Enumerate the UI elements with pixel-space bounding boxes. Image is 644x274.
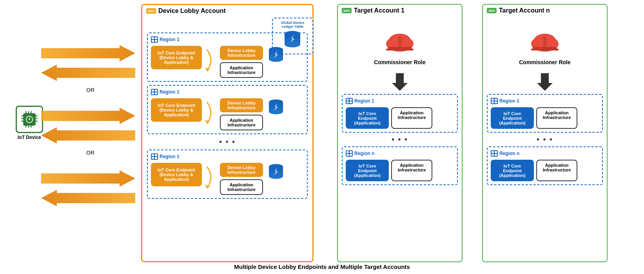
svg-rect-90 xyxy=(492,99,494,101)
svg-marker-88 xyxy=(537,73,553,91)
region-3-label: Region 1 xyxy=(151,153,304,160)
target-app-infra-n-1: Application Infrastructure xyxy=(536,107,577,129)
svg-rect-46 xyxy=(152,92,154,94)
region-1-label: Region 1 xyxy=(151,36,304,43)
svg-rect-93 xyxy=(495,101,497,103)
hard-hat-icon-n xyxy=(529,32,561,58)
svg-rect-76 xyxy=(346,101,349,103)
svg-rect-7 xyxy=(25,111,27,114)
svg-rect-98 xyxy=(495,154,497,156)
svg-rect-1 xyxy=(21,115,24,117)
target-region-n-n-content: IoT Core Endpoint (Application) Applicat… xyxy=(491,160,599,181)
target-account-1: aws Target Account 1 Commissioner Role xyxy=(337,4,463,262)
target-account-n: aws Target Account n Commissioner Role xyxy=(482,4,608,262)
target-region-icon-1-1 xyxy=(346,98,353,104)
svg-rect-5 xyxy=(35,118,38,119)
svg-rect-47 xyxy=(155,92,157,94)
region-2-content: IoT Core Endpoint (Device Lobby & Applic… xyxy=(151,98,304,130)
svg-rect-56 xyxy=(152,154,154,156)
svg-rect-34 xyxy=(152,40,154,42)
target-iot-core-1-n: IoT Core Endpoint (Application) xyxy=(346,160,389,181)
iot-core-box-2: IoT Core Endpoint (Device Lobby & Applic… xyxy=(151,98,202,122)
svg-marker-22 xyxy=(41,127,135,144)
target-region-n-1-content: IoT Core Endpoint (Application) Applicat… xyxy=(491,107,599,129)
target-region-1-n-content: IoT Core Endpoint (Application) Applicat… xyxy=(346,160,454,181)
device-lobby-account: aws Device Lobby Account Global Device L… xyxy=(141,4,314,262)
svg-point-15 xyxy=(29,119,30,120)
iot-core-box-1: IoT Core Endpoint (Device Lobby & Applic… xyxy=(151,46,202,69)
right-boxes-2: Device Lobby Infrastructure Application … xyxy=(220,98,263,130)
target-account-1-label: Target Account 1 xyxy=(354,7,405,14)
commissioner-label-1: Commissioner Role xyxy=(374,59,425,65)
dots-lobby: • • • xyxy=(142,137,312,146)
svg-rect-82 xyxy=(350,154,352,156)
hard-hat-icon-1 xyxy=(384,32,415,58)
target-iot-core-1-1: IoT Core Endpoint (Application) xyxy=(346,107,389,129)
app-infra-3: Application Infrastructure xyxy=(220,179,263,195)
target-region-1-1-label: Region 1 xyxy=(346,98,454,104)
svg-rect-86 xyxy=(531,49,559,50)
region-db-icon-3 xyxy=(266,163,286,184)
target-region-1-n-label: Region n xyxy=(346,150,454,157)
target-account-1-title: aws Target Account 1 xyxy=(338,5,462,16)
region-db-3 xyxy=(266,163,286,184)
commissioner-section-n: Commissioner Role xyxy=(483,32,607,65)
arrow-group-bot-back xyxy=(41,190,135,208)
region-box-3: Region 1 IoT Core Endpoint (Device Lobby… xyxy=(147,150,308,199)
svg-rect-71 xyxy=(398,37,401,48)
svg-rect-74 xyxy=(346,99,349,101)
svg-rect-35 xyxy=(155,40,157,42)
target-region-1-1-content: IoT Core Endpoint (Application) Applicat… xyxy=(346,107,454,129)
svg-rect-11 xyxy=(28,125,29,128)
svg-rect-79 xyxy=(346,151,349,153)
aws-badge-target-n: aws xyxy=(487,8,497,13)
aws-badge-lobby: aws xyxy=(146,8,156,14)
arrow-group-top xyxy=(41,45,135,63)
target-region-n-n: Region n IoT Core Endpoint (Application)… xyxy=(487,146,603,185)
svg-rect-80 xyxy=(350,151,352,153)
iot-chip-icon xyxy=(16,106,43,133)
svg-rect-92 xyxy=(492,101,494,103)
svg-rect-33 xyxy=(155,37,157,39)
target-region-1-n: Region n IoT Core Endpoint (Application)… xyxy=(342,146,458,185)
lobby-infra-2: Device Lobby Infrastructure xyxy=(220,98,263,112)
svg-rect-57 xyxy=(155,154,157,156)
aws-badge-target-1: aws xyxy=(342,8,352,13)
svg-marker-24 xyxy=(41,190,135,206)
svg-rect-4 xyxy=(35,115,38,117)
svg-point-53 xyxy=(269,109,283,114)
target-region-n-1-label: Region 1 xyxy=(491,98,599,104)
target-app-infra-1-1: Application Infrastructure xyxy=(391,107,432,129)
region-box-2: Region 1 IoT Core Endpoint (Device Lobby… xyxy=(147,85,308,134)
arrow-group-bot xyxy=(41,170,135,188)
svg-rect-59 xyxy=(155,157,157,159)
diagram-container: IoT Device OR xyxy=(0,0,644,274)
target-app-infra-n-n: Application Infrastructure xyxy=(536,160,577,181)
curved-arrow-2 xyxy=(205,100,217,126)
svg-rect-95 xyxy=(492,151,494,153)
or-label-2: OR xyxy=(86,150,94,156)
svg-rect-3 xyxy=(21,121,24,122)
iot-device-label: IoT Device xyxy=(18,135,41,140)
right-boxes-3: Device Lobby Infrastructure Application … xyxy=(220,163,263,195)
svg-rect-32 xyxy=(152,37,154,39)
svg-rect-2 xyxy=(21,118,24,119)
svg-rect-91 xyxy=(495,99,497,101)
svg-rect-97 xyxy=(492,154,494,156)
region-db-icon-2 xyxy=(266,98,286,120)
region-icon-2 xyxy=(151,89,158,95)
svg-rect-96 xyxy=(495,151,497,153)
target-account-n-label: Target Account n xyxy=(499,7,550,14)
right-boxes-1: Device Lobby Infrastructure Application … xyxy=(220,46,263,78)
svg-rect-81 xyxy=(346,154,349,156)
lobby-infra-1: Device Lobby Infrastructure xyxy=(220,46,263,60)
svg-rect-9 xyxy=(31,111,32,114)
svg-marker-23 xyxy=(41,170,135,187)
svg-rect-87 xyxy=(543,37,546,48)
down-arrow-n xyxy=(483,73,607,91)
global-ledger-title: Global Device Ledger Table xyxy=(275,21,310,29)
svg-rect-44 xyxy=(152,90,154,92)
target-iot-core-n-n: IoT Core Endpoint (Application) xyxy=(491,160,534,181)
arrow-group-top-back xyxy=(41,65,135,83)
svg-rect-12 xyxy=(31,125,32,128)
